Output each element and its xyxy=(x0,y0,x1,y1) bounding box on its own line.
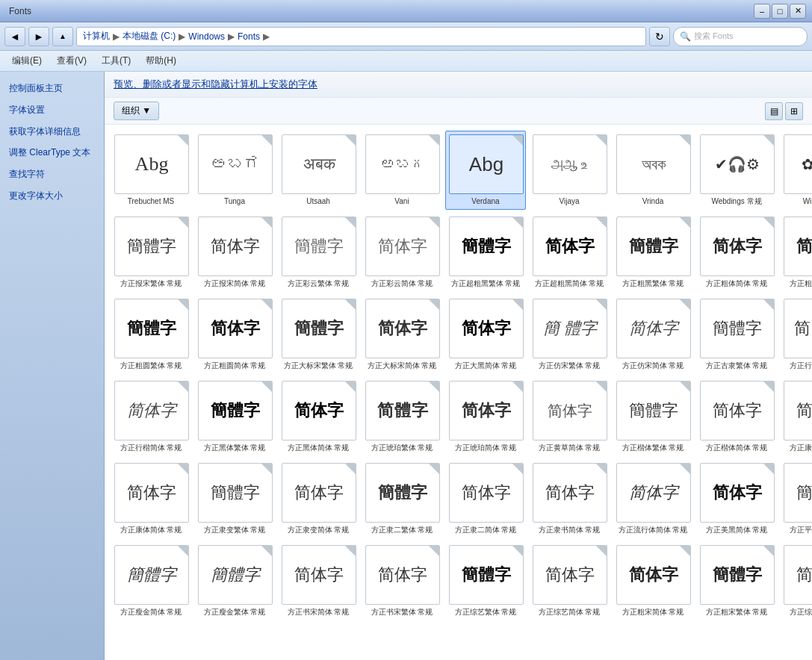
close-button[interactable]: ✕ xyxy=(790,4,806,19)
address-path[interactable]: 计算机 ▶ 本地磁盘 (C:) ▶ Windows ▶ Fonts ▶ xyxy=(76,27,646,46)
font-item-fzht-f[interactable]: 簡體字 方正黑体繁体 常规 xyxy=(194,377,275,456)
icon-view-button[interactable]: ⊞ xyxy=(785,102,803,120)
font-grid-row6: 簡體字 方正瘦金简体 常规 簡體字 方正瘦金繁体 常规 简体字 方正书宋简体 常… xyxy=(111,541,806,620)
font-name-fzhp-f: 方正琥珀繁体 常规 xyxy=(365,443,438,452)
font-item-vani[interactable]: అబగ Vani xyxy=(362,131,442,210)
path-fonts[interactable]: Fonts xyxy=(238,31,260,42)
font-item-fzls-s[interactable]: 简体字 方正隶书简体 常规 xyxy=(529,459,610,538)
font-item-fzhp-s[interactable]: 简体字 方正琥珀简体 常规 xyxy=(445,377,526,456)
font-item-fzxk-s[interactable]: 简体字 方正行楷简体 常规 xyxy=(111,377,191,456)
font-name-fzkang-s: 方正康体简体 常规 xyxy=(114,525,187,535)
font-item-vijaya[interactable]: அஆ உ Vijaya xyxy=(529,131,610,210)
font-item-fzfs-f[interactable]: 簡 體字 方正仿宋繁体 常规 xyxy=(529,295,610,374)
font-item-fzcs-s[interactable]: 简体字 方正粗宋简体 常规 xyxy=(613,541,693,620)
font-item-fzl2-f[interactable]: 簡體字 方正隶二繁体 常规 xyxy=(362,459,442,538)
menu-edit[interactable]: 编辑(E) xyxy=(6,52,48,69)
toolbar-title[interactable]: 预览、删除或者显示和隐藏计算机上安装的字体 xyxy=(114,78,317,91)
font-item-fzsj-f[interactable]: 簡體字 方正瘦金繁体 常规 xyxy=(194,541,275,620)
font-item-utsaah[interactable]: अबक Utsaah xyxy=(278,131,359,210)
font-item-fzdh-s[interactable]: 简体字 方正大黑简体 常规 xyxy=(445,295,526,374)
font-item-fzzy-s[interactable]: 简体字 方正综艺简体 常规 xyxy=(529,541,610,620)
path-windows[interactable]: Windows xyxy=(188,31,225,42)
font-item-fzcs-f[interactable]: 簡體字 方正粗宋繁体 常规 xyxy=(696,541,777,620)
font-preview-fzcy-s: 简体字 xyxy=(365,217,440,276)
font-item-fzzybf[interactable]: 简体字 方正综艺变体 常规 xyxy=(780,541,812,620)
font-preview-fzdh-s: 简体字 xyxy=(449,299,524,358)
sidebar-item-fontsize[interactable]: 更改字体大小 xyxy=(0,185,104,207)
minimize-button[interactable]: – xyxy=(754,4,770,19)
font-item-fzph-f[interactable]: 簡體字 方正平黑繁体 常规 xyxy=(780,459,812,538)
font-item-fzcyf-f[interactable]: 简体字 方正粗圆繁体 常规 xyxy=(780,213,812,292)
font-preview-fzcchs-f: 簡體字 xyxy=(449,217,524,276)
font-item-fzkang-f[interactable]: 简體字 方正康体繁体 常规 xyxy=(780,377,812,456)
sidebar: 控制面板主页 字体设置 获取字体详细信息 调整 ClearType 文本 查找字… xyxy=(0,72,105,660)
path-computer[interactable]: 计算机 xyxy=(83,30,110,43)
font-preview-fzls-s: 简体字 xyxy=(533,463,607,523)
sidebar-item-controlpanel[interactable]: 控制面板主页 xyxy=(0,78,104,99)
font-item-fzl2-s[interactable]: 简体字 方正隶二简体 常规 xyxy=(445,459,526,538)
font-preview-trebuchet: Abg xyxy=(114,134,189,194)
font-item-tunga[interactable]: ಅಬಗ Tunga xyxy=(194,131,275,210)
sidebar-item-cleartype[interactable]: 调整 ClearType 文本 xyxy=(0,142,104,164)
font-item-fzcy-f[interactable]: 簡體字 方正彩云繁体 常规 xyxy=(278,213,359,292)
font-item-fzlxt-s[interactable]: 简体字 方正流行体简体 常规 xyxy=(613,459,693,538)
font-item-fzhp-f[interactable]: 简體字 方正琥珀繁体 常规 xyxy=(362,377,442,456)
font-item-fzss-f[interactable]: 简体字 方正书宋繁体 常规 xyxy=(362,541,442,620)
font-item-fzsj-s[interactable]: 簡體字 方正瘦金简体 常规 xyxy=(111,541,191,620)
font-item-fzcyf2-f[interactable]: 簡體字 方正粗圆繁体 常规 xyxy=(111,295,191,374)
window-controls[interactable]: – □ ✕ xyxy=(754,4,806,19)
font-item-fzgl-f[interactable]: 簡體字 方正古隶繁体 常规 xyxy=(696,295,777,374)
font-item-fzlb-f[interactable]: 簡體字 方正隶变繁体 常规 xyxy=(194,459,275,538)
search-box[interactable]: 🔍 搜索 Fonts xyxy=(673,27,808,46)
menu-view[interactable]: 查看(V) xyxy=(51,52,93,69)
list-view-button[interactable]: ▤ xyxy=(765,102,783,120)
font-item-fzbs-f[interactable]: 簡體字 方正报宋繁体 常规 xyxy=(111,213,191,292)
sidebar-item-fontsettings[interactable]: 字体设置 xyxy=(0,99,104,121)
up-button[interactable]: ▲ xyxy=(52,27,73,46)
maximize-button[interactable]: □ xyxy=(772,4,788,19)
font-item-fzdbs-f[interactable]: 簡體字 方正大标宋繁体 常规 xyxy=(278,295,359,374)
font-item-fzht-s[interactable]: 简体字 方正黑体简体 常规 xyxy=(278,377,359,456)
back-button[interactable]: ◄ xyxy=(4,27,25,46)
font-item-fzkang-s[interactable]: 简体字 方正康体简体 常规 xyxy=(111,459,191,538)
font-item-webdings[interactable]: ✔🎧⚙ Webdings 常规 xyxy=(696,131,777,210)
font-item-trebuchet[interactable]: Abg Trebuchet MS xyxy=(111,131,191,210)
font-item-fzch-f[interactable]: 簡體字 方正粗黑繁体 常规 xyxy=(613,213,693,292)
font-item-vrinda[interactable]: অবক Vrinda xyxy=(613,131,693,210)
font-item-fzcy-s[interactable]: 简体字 方正彩云简体 常规 xyxy=(362,213,442,292)
font-preview-fzkang-s: 简体字 xyxy=(114,463,189,523)
menu-tools[interactable]: 工具(T) xyxy=(96,52,137,69)
font-name-fzxk-s: 方正行楷简体 常规 xyxy=(114,443,187,452)
font-item-fzdbs-s[interactable]: 简体字 方正大标宋简体 常规 xyxy=(362,295,442,374)
font-preview-fzcy-f: 簡體字 xyxy=(282,217,356,276)
font-item-fzct-s[interactable]: 简体字 方正粗体简体 常规 xyxy=(696,213,777,292)
sidebar-item-fontdetail[interactable]: 获取字体详细信息 xyxy=(0,121,104,143)
font-item-fzfs-s[interactable]: 简体字 方正仿宋简体 常规 xyxy=(613,295,693,374)
font-preview-wingdings: ✿❖✤ xyxy=(784,134,812,194)
font-item-fzmh-s[interactable]: 简体字 方正美黑简体 常规 xyxy=(696,459,777,538)
menu-help[interactable]: 帮助(H) xyxy=(140,52,182,69)
refresh-button[interactable]: ↻ xyxy=(649,27,670,46)
font-name-trebuchet: Trebuchet MS xyxy=(114,196,187,206)
font-preview-fzss-s: 简体字 xyxy=(282,545,356,605)
font-item-fzkt-s[interactable]: 简体字 方正楷体简体 常规 xyxy=(696,377,777,456)
font-item-fzkt-f[interactable]: 簡體字 方正楷体繁体 常规 xyxy=(613,377,693,456)
font-item-fzlb-s[interactable]: 简体字 方正隶变简体 常规 xyxy=(278,459,359,538)
forward-button[interactable]: ► xyxy=(28,27,49,46)
font-item-fzcchs-s[interactable]: 简体字 方正超粗黑简体 常规 xyxy=(529,213,610,292)
font-item-fzss-s[interactable]: 简体字 方正书宋简体 常规 xyxy=(278,541,359,620)
font-item-fzcchs-f[interactable]: 簡體字 方正超粗黑繁体 常规 xyxy=(445,213,526,292)
font-item-fzxk-f[interactable]: 简 體字 方正行楷繁体 常规 xyxy=(780,295,812,374)
font-item-fzcyf2-s[interactable]: 简体字 方正粗圆简体 常规 xyxy=(194,295,275,374)
font-preview-fzdbs-f: 簡體字 xyxy=(282,299,356,358)
organize-button[interactable]: 组织 ▼ xyxy=(114,102,159,120)
font-preview-webdings: ✔🎧⚙ xyxy=(700,134,775,194)
path-localdisk[interactable]: 本地磁盘 (C:) xyxy=(123,30,176,43)
font-name-fzcyf2-f: 方正粗圆繁体 常规 xyxy=(114,361,187,370)
font-item-wingdings[interactable]: ✿❖✤ Wingdings xyxy=(780,131,812,210)
font-item-verdana[interactable]: Abg Verdana xyxy=(445,131,526,210)
sidebar-item-findchar[interactable]: 查找字符 xyxy=(0,164,104,185)
font-item-fzhc-s[interactable]: 简体字 方正黄草简体 常规 xyxy=(529,377,610,456)
font-item-fzbs-s[interactable]: 简体字 方正报宋简体 常规 xyxy=(194,213,275,292)
font-item-fzzy-f[interactable]: 簡體字 方正综艺繁体 常规 xyxy=(445,541,526,620)
